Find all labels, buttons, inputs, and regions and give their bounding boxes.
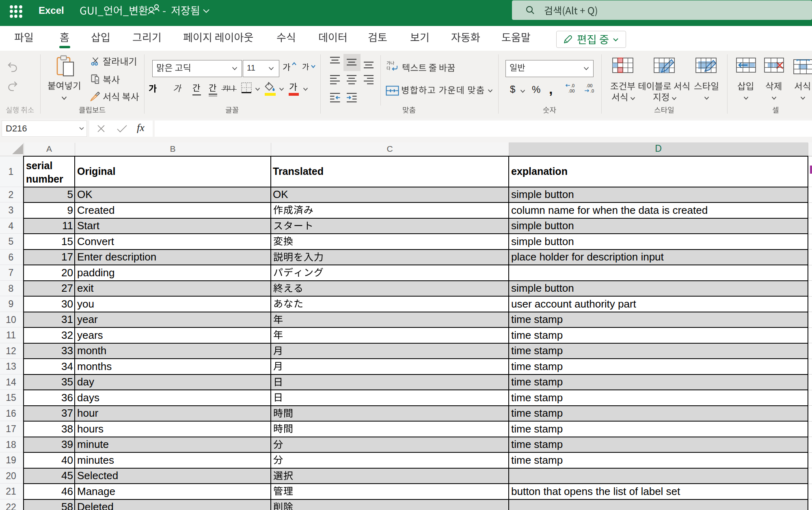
svg-text:.0: .0 bbox=[571, 83, 574, 88]
svg-text:.0: .0 bbox=[590, 88, 594, 93]
svg-text:.00: .00 bbox=[586, 83, 592, 88]
svg-text:.00: .00 bbox=[568, 88, 574, 93]
